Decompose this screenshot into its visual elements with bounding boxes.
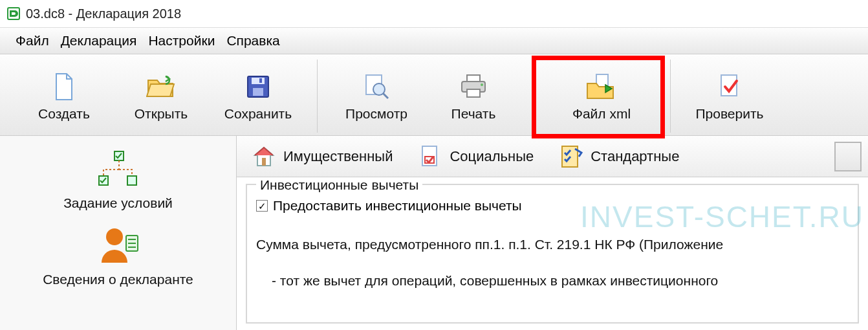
svg-rect-22 bbox=[262, 158, 266, 166]
print-label: Печать bbox=[451, 106, 496, 122]
svg-rect-8 bbox=[467, 75, 480, 82]
save-label: Сохранить bbox=[224, 106, 292, 122]
svg-rect-2 bbox=[252, 78, 265, 84]
house-icon bbox=[251, 144, 277, 170]
window-title: 03.dc8 - Декларация 2018 bbox=[26, 6, 181, 21]
check-label: Проверить bbox=[695, 106, 763, 122]
checklist-icon bbox=[558, 144, 584, 170]
check-button[interactable]: Проверить bbox=[681, 60, 778, 133]
tab-social[interactable]: Социальные bbox=[417, 144, 534, 170]
open-button[interactable]: Открыть bbox=[113, 60, 210, 133]
tab-property-label: Имущественный bbox=[283, 148, 393, 165]
xml-file-button[interactable]: Файл xml bbox=[543, 60, 660, 133]
checkbox-icon[interactable]: ✓ bbox=[256, 200, 268, 212]
tab-social-label: Социальные bbox=[450, 148, 534, 165]
save-button[interactable]: Сохранить bbox=[210, 60, 307, 133]
deduction-line-2: - тот же вычет для операций, совершенных… bbox=[256, 268, 849, 294]
toolbar-group-export: Файл xml bbox=[533, 60, 671, 133]
sidebar-item-declarant[interactable]: Сведения о декларанте bbox=[43, 225, 193, 287]
main-area: Задание условий Сведения о декларанте bbox=[0, 136, 868, 330]
tab-property[interactable]: Имущественный bbox=[251, 144, 393, 170]
svg-line-7 bbox=[383, 93, 388, 98]
toolbar: Создать Открыть Сохранить Просмотр Пе bbox=[0, 54, 868, 136]
printer-icon bbox=[458, 71, 489, 102]
group-legend: Инвестиционные вычеты bbox=[256, 177, 422, 193]
svg-point-17 bbox=[106, 228, 123, 245]
save-icon bbox=[243, 71, 274, 102]
sidebar-label-declarant: Сведения о декларанте bbox=[43, 272, 193, 287]
svg-rect-16 bbox=[127, 176, 136, 185]
preview-button[interactable]: Просмотр bbox=[328, 60, 425, 133]
folder-open-icon bbox=[146, 71, 177, 102]
content-area: Имущественный Социальные Стандартные Инв… bbox=[237, 136, 868, 330]
tab-standard-label: Стандартные bbox=[591, 148, 679, 165]
checkbox-document-icon bbox=[417, 144, 443, 170]
svg-rect-10 bbox=[467, 89, 480, 97]
check-document-icon bbox=[714, 71, 745, 102]
new-document-icon bbox=[49, 71, 80, 102]
tab-overflow-slot[interactable] bbox=[834, 142, 862, 171]
person-icon bbox=[95, 225, 142, 265]
conditions-icon bbox=[95, 149, 142, 189]
sidebar: Задание условий Сведения о декларанте bbox=[0, 136, 237, 330]
checkbox-label: Предоставить инвестиционные вычеты bbox=[273, 198, 522, 214]
folder-xml-icon bbox=[586, 71, 617, 102]
toolbar-group-file: Создать Открыть Сохранить bbox=[5, 60, 318, 133]
investment-deductions-group: Инвестиционные вычеты ✓ Предоставить инв… bbox=[246, 184, 859, 324]
tab-standard[interactable]: Стандартные bbox=[558, 144, 679, 170]
svg-rect-4 bbox=[259, 78, 262, 83]
app-icon bbox=[6, 6, 21, 21]
menu-declaration[interactable]: Декларация bbox=[61, 33, 137, 49]
open-label: Открыть bbox=[135, 106, 188, 122]
menu-bar: Файл Декларация Настройки Справка bbox=[0, 27, 868, 54]
sidebar-label-conditions: Задание условий bbox=[63, 195, 173, 211]
menu-settings[interactable]: Настройки bbox=[148, 33, 215, 49]
deduction-text: Сумма вычета, предусмотренного пп.1. п.1… bbox=[256, 232, 849, 294]
preview-label: Просмотр bbox=[345, 106, 407, 122]
svg-rect-3 bbox=[253, 88, 263, 96]
provide-deductions-checkbox-row[interactable]: ✓ Предоставить инвестиционные вычеты bbox=[256, 198, 849, 214]
deduction-tabs: Имущественный Социальные Стандартные bbox=[237, 136, 868, 177]
svg-point-11 bbox=[481, 83, 483, 86]
create-button[interactable]: Создать bbox=[16, 60, 113, 133]
sidebar-item-conditions[interactable]: Задание условий bbox=[63, 149, 173, 211]
deduction-line-1: Сумма вычета, предусмотренного пп.1. п.1… bbox=[256, 232, 849, 258]
menu-help[interactable]: Справка bbox=[226, 33, 279, 49]
create-label: Создать bbox=[38, 106, 90, 122]
magnifier-icon bbox=[361, 71, 392, 102]
xml-file-label: Файл xml bbox=[572, 106, 631, 122]
menu-file[interactable]: Файл bbox=[16, 33, 49, 49]
print-button[interactable]: Печать bbox=[425, 60, 522, 133]
window-titlebar: 03.dc8 - Декларация 2018 bbox=[0, 0, 868, 27]
toolbar-group-check: Проверить bbox=[671, 60, 788, 133]
toolbar-group-view: Просмотр Печать bbox=[318, 60, 533, 133]
